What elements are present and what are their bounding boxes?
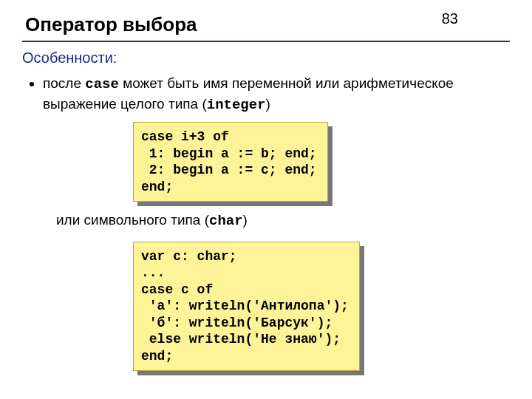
code-block-1-wrap: case i+3 of 1: begin a := b; end; 2: beg… [133,122,328,202]
text-fragment: или символьного типа ( [56,212,209,228]
code-row-1: case i+3 of 1: begin a := b; end; 2: beg… [22,117,510,206]
text-fragment: ) [266,96,270,112]
keyword-case: case [85,76,119,92]
code-block-2-wrap: var c: char; ... case c of 'а': writeln(… [133,242,360,372]
page-number: 83 [442,10,458,27]
subheading: Особенности: [22,50,510,66]
bullet-item: после case может быть имя переменной или… [43,74,510,115]
page-title: Оператор выбора [25,13,510,36]
code-row-2: var c: char; ... case c of 'а': writeln(… [22,231,510,376]
keyword-char: char [209,213,243,229]
line-char-type: или символьного типа (char) [56,211,510,231]
code-block-1: case i+3 of 1: begin a := b; end; 2: beg… [133,122,328,202]
slide: 83 Оператор выбора Особенности: после ca… [0,0,532,399]
bullet-list: после case может быть имя переменной или… [43,74,510,115]
keyword-integer: integer [207,97,266,113]
title-rule [22,41,510,42]
text-fragment: ) [243,212,248,228]
code-block-2: var c: char; ... case c of 'а': writeln(… [133,242,360,372]
text-fragment: после [43,75,85,91]
body-content: после case может быть имя переменной или… [22,74,510,375]
